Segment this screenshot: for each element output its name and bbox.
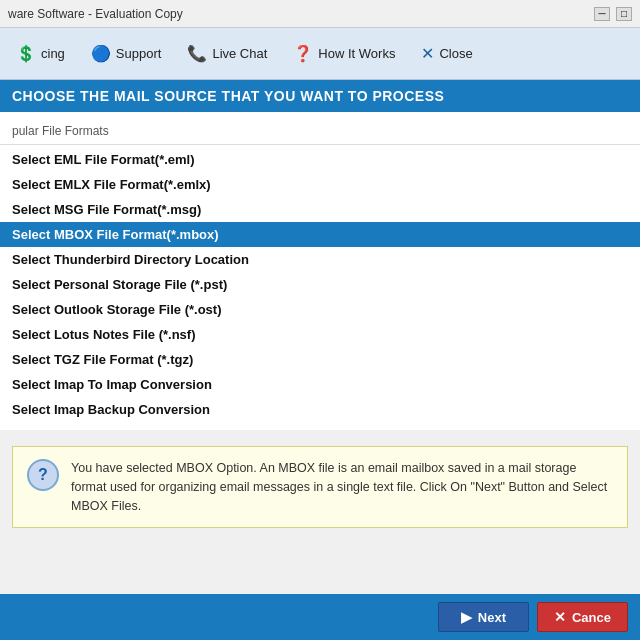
next-label: Next [478,610,506,625]
file-format-item[interactable]: Select TGZ File Format (*.tgz) [0,347,640,372]
info-box: ? You have selected MBOX Option. An MBOX… [12,446,628,528]
pricing-icon: 💲 [16,44,36,63]
toolbar-live-chat[interactable]: 📞 Live Chat [175,38,279,69]
toolbar-close[interactable]: ✕ Close [409,38,484,69]
maximize-button[interactable]: □ [616,7,632,21]
file-format-item[interactable]: Select Thunderbird Directory Location [0,247,640,272]
minimize-button[interactable]: ─ [594,7,610,21]
toolbar-support[interactable]: 🔵 Support [79,38,174,69]
live-chat-icon: 📞 [187,44,207,63]
file-format-item[interactable]: Select EML File Format(*.eml) [0,147,640,172]
file-format-item[interactable]: Select Imap To Imap Conversion [0,372,640,397]
title-bar-controls: ─ □ [594,7,632,21]
cancel-icon: ✕ [554,609,566,625]
file-format-item[interactable]: Select Imap Backup Conversion [0,397,640,422]
file-format-item[interactable]: Select EMLX File Format(*.emlx) [0,172,640,197]
section-header: CHOOSE THE MAIL SOURCE THAT YOU WANT TO … [0,80,640,112]
toolbar-pricing[interactable]: 💲 cing [4,38,77,69]
next-icon: ▶ [461,609,472,625]
how-it-works-label: How It Works [318,46,395,61]
info-text: You have selected MBOX Option. An MBOX f… [71,459,613,515]
toolbar: 💲 cing 🔵 Support 📞 Live Chat ❓ How It Wo… [0,28,640,80]
file-format-item[interactable]: Select Lotus Notes File (*.nsf) [0,322,640,347]
file-format-item[interactable]: Select MBOX File Format(*.mbox) [0,222,640,247]
close-toolbar-icon: ✕ [421,44,434,63]
file-format-item[interactable]: Select Outlook Storage File (*.ost) [0,297,640,322]
info-icon: ? [27,459,59,491]
next-button[interactable]: ▶ Next [438,602,529,632]
pricing-label: cing [41,46,65,61]
cancel-label: Cance [572,610,611,625]
content-area: pular File Formats Select EML File Forma… [0,112,640,430]
cancel-button[interactable]: ✕ Cance [537,602,628,632]
live-chat-label: Live Chat [212,46,267,61]
section-header-text: CHOOSE THE MAIL SOURCE THAT YOU WANT TO … [12,88,444,104]
main-content: pular File Formats Select EML File Forma… [0,112,640,590]
bottom-bar: ▶ Next ✕ Cance [0,594,640,640]
how-it-works-icon: ❓ [293,44,313,63]
support-label: Support [116,46,162,61]
file-format-item[interactable]: Select MSG File Format(*.msg) [0,197,640,222]
file-format-item[interactable]: Select Personal Storage File (*.pst) [0,272,640,297]
toolbar-how-it-works[interactable]: ❓ How It Works [281,38,407,69]
title-bar: ware Software - Evaluation Copy ─ □ [0,0,640,28]
title-bar-text: ware Software - Evaluation Copy [8,7,183,21]
category-label: pular File Formats [0,120,640,145]
file-format-list: Select EML File Format(*.eml)Select EMLX… [0,147,640,422]
close-label: Close [439,46,472,61]
support-icon: 🔵 [91,44,111,63]
